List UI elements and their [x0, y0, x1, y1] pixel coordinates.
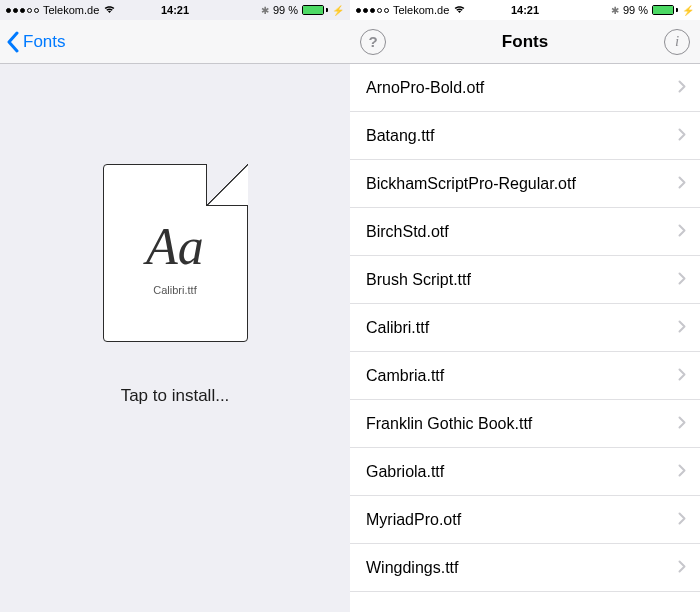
list-item[interactable]: Batang.ttf: [350, 112, 700, 160]
signal-dots-icon: [6, 8, 39, 13]
list-item-label: BickhamScriptPro-Regular.otf: [366, 175, 576, 193]
list-item[interactable]: Brush Script.ttf: [350, 256, 700, 304]
list-item[interactable]: Calibri.ttf: [350, 304, 700, 352]
page-title: Fonts: [502, 32, 548, 52]
bluetooth-icon: ✱: [611, 5, 619, 16]
nav-bar: Fonts: [0, 20, 350, 64]
list-item[interactable]: Wingdings.ttf: [350, 544, 700, 592]
signal-dots-icon: [356, 8, 389, 13]
back-label: Fonts: [23, 32, 66, 52]
list-item[interactable]: ArnoPro-Bold.otf: [350, 64, 700, 112]
battery-icon: [652, 5, 678, 15]
tap-to-install-label: Tap to install...: [121, 386, 230, 406]
list-item-label: Franklin Gothic Book.ttf: [366, 415, 532, 433]
chevron-left-icon: [6, 31, 19, 53]
list-item-label: ArnoPro-Bold.otf: [366, 79, 484, 97]
status-bar: Telekom.de 14:21 ✱ 99 % ⚡: [0, 0, 350, 20]
chevron-right-icon: [678, 271, 686, 289]
font-file-icon[interactable]: Aa Calibri.ttf: [103, 164, 248, 342]
chevron-right-icon: [678, 127, 686, 145]
chevron-right-icon: [678, 415, 686, 433]
chevron-right-icon: [678, 367, 686, 385]
list-item-label: BirchStd.otf: [366, 223, 449, 241]
battery-pct: 99 %: [623, 4, 648, 16]
clock: 14:21: [511, 4, 539, 16]
chevron-right-icon: [678, 319, 686, 337]
list-item-label: Gabriola.ttf: [366, 463, 444, 481]
nav-bar: ? Fonts i: [350, 20, 700, 64]
list-item-label: Calibri.ttf: [366, 319, 429, 337]
list-item[interactable]: BickhamScriptPro-Regular.otf: [350, 160, 700, 208]
clock: 14:21: [161, 4, 189, 16]
chevron-right-icon: [678, 463, 686, 481]
charging-icon: ⚡: [682, 5, 694, 16]
list-item-label: Wingdings.ttf: [366, 559, 458, 577]
status-bar: Telekom.de 14:21 ✱ 99 % ⚡: [350, 0, 700, 20]
list-item[interactable]: MyriadPro.otf: [350, 496, 700, 544]
chevron-right-icon: [678, 511, 686, 529]
wifi-icon: [103, 4, 116, 16]
carrier-label: Telekom.de: [393, 4, 449, 16]
battery-icon: [302, 5, 328, 15]
list-item-label: Batang.ttf: [366, 127, 435, 145]
back-button[interactable]: Fonts: [6, 31, 66, 53]
chevron-right-icon: [678, 223, 686, 241]
list-item-label: Cambria.ttf: [366, 367, 444, 385]
list-item-label: Brush Script.ttf: [366, 271, 471, 289]
chevron-right-icon: [678, 559, 686, 577]
font-list[interactable]: ArnoPro-Bold.otfBatang.ttfBickhamScriptP…: [350, 64, 700, 612]
font-glyph: Aa: [146, 217, 204, 276]
install-body: Aa Calibri.ttf Tap to install...: [0, 64, 350, 612]
font-file-name: Calibri.ttf: [153, 284, 196, 296]
carrier-label: Telekom.de: [43, 4, 99, 16]
list-item[interactable]: BirchStd.otf: [350, 208, 700, 256]
info-button[interactable]: i: [664, 29, 690, 55]
page-fold-icon: [206, 164, 248, 206]
list-item[interactable]: Gabriola.ttf: [350, 448, 700, 496]
screen-install: Telekom.de 14:21 ✱ 99 % ⚡ Fonts: [0, 0, 350, 612]
battery-pct: 99 %: [273, 4, 298, 16]
list-item[interactable]: Franklin Gothic Book.ttf: [350, 400, 700, 448]
list-item-label: MyriadPro.otf: [366, 511, 461, 529]
bluetooth-icon: ✱: [261, 5, 269, 16]
help-button[interactable]: ?: [360, 29, 386, 55]
screen-font-list: Telekom.de 14:21 ✱ 99 % ⚡ ? Fonts i Arno…: [350, 0, 700, 612]
chevron-right-icon: [678, 79, 686, 97]
wifi-icon: [453, 4, 466, 16]
list-item[interactable]: Cambria.ttf: [350, 352, 700, 400]
chevron-right-icon: [678, 175, 686, 193]
charging-icon: ⚡: [332, 5, 344, 16]
